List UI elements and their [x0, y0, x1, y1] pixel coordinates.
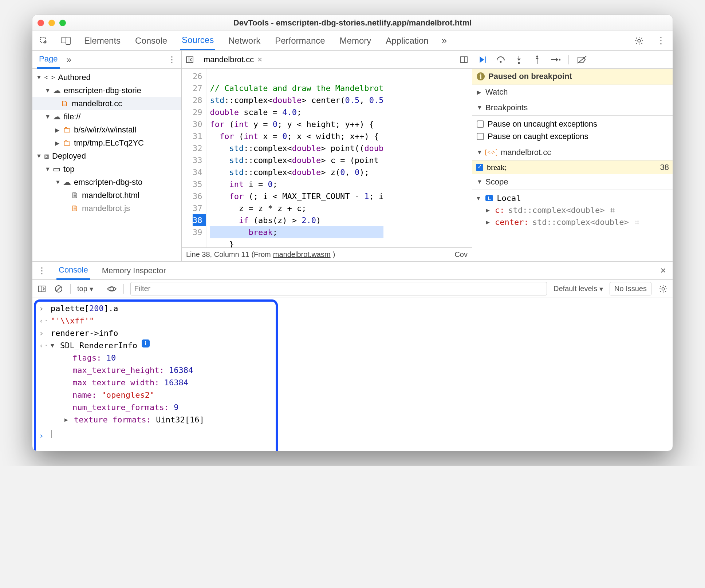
tree-origin-2[interactable]: emscripten-dbg-sto: [74, 178, 142, 187]
devtools-tabbar: Elements Console Sources Network Perform…: [32, 31, 673, 51]
svg-point-22: [662, 287, 665, 290]
svg-rect-2: [66, 37, 70, 44]
pause-caught-label: Pause on caught exceptions: [488, 132, 588, 141]
tree-folder-2[interactable]: tmp/tmp.ELcTq2YC: [74, 138, 144, 148]
console-settings-gear-icon[interactable]: [658, 284, 668, 294]
inspect-icon[interactable]: [39, 36, 49, 46]
device-toolbar-icon[interactable]: [61, 36, 71, 46]
folder-icon: 🗀: [63, 125, 71, 135]
sourcemap-link[interactable]: mandelbrot.wasm: [273, 250, 331, 259]
pause-uncaught-checkbox[interactable]: [477, 120, 484, 128]
memory-chip-icon[interactable]: ⌗: [635, 218, 639, 227]
object-name[interactable]: SDL_RendererInfo: [60, 339, 137, 352]
resume-icon[interactable]: [477, 55, 488, 65]
tab-network[interactable]: Network: [227, 32, 262, 49]
navigator-tab-page[interactable]: Page: [37, 51, 60, 69]
tree-file-js[interactable]: mandelbrot.js: [82, 204, 130, 213]
svg-point-3: [638, 39, 641, 42]
file-icon: 🗎: [71, 204, 79, 213]
navigator-tabs: Page » ⋮: [32, 51, 181, 69]
pause-caught-checkbox[interactable]: [477, 133, 484, 140]
clear-console-icon[interactable]: [54, 284, 64, 294]
navigator-overflow-icon[interactable]: »: [66, 55, 71, 65]
navigator-kebab-icon[interactable]: ⋮: [167, 55, 177, 65]
console-body[interactable]: ›palette[200].a ‹·"'\\xff'" ›renderer->i…: [32, 298, 673, 451]
breakpoint-entry[interactable]: break; 38: [472, 160, 673, 174]
drawer-kebab-icon[interactable]: ⋮: [37, 266, 47, 276]
console-output-arrow-icon: ‹·: [39, 339, 46, 352]
console-input-arrow-icon: ›: [39, 327, 46, 339]
file-icon: 🗎: [71, 191, 79, 200]
breakpoint-enabled-checkbox[interactable]: [476, 164, 483, 171]
navigator-pane: Page » ⋮ ▼< >Authored ▼☁emscripten-dbg-s…: [32, 51, 182, 261]
close-window-button[interactable]: [38, 20, 44, 26]
minimize-window-button[interactable]: [48, 20, 55, 26]
gear-icon[interactable]: [634, 36, 644, 46]
svg-point-21: [110, 287, 114, 291]
deactivate-breakpoints-icon[interactable]: [577, 55, 587, 65]
console-filter-input[interactable]: [130, 282, 547, 295]
cloud-icon: ☁: [53, 86, 61, 95]
tab-memory[interactable]: Memory: [338, 32, 373, 49]
memory-chip-icon[interactable]: ⌗: [610, 206, 615, 215]
code-body[interactable]: // Calculate and draw the Mandelbrotstd:…: [206, 69, 387, 247]
toggle-navigator-icon[interactable]: [185, 55, 195, 65]
pause-uncaught-label: Pause on uncaught exceptions: [488, 119, 597, 129]
log-levels-select[interactable]: Default levels ▾: [554, 285, 603, 293]
tree-folder-1[interactable]: b/s/w/ir/x/w/install: [74, 125, 136, 135]
drawer-tab-console[interactable]: Console: [56, 262, 90, 280]
tree-file-scheme[interactable]: file://: [64, 112, 80, 122]
window-title: DevTools - emscripten-dbg-stories.netlif…: [32, 18, 673, 28]
issues-button[interactable]: No Issues: [610, 282, 651, 295]
info-icon: i: [477, 72, 485, 80]
expand-icon[interactable]: ▶: [64, 414, 70, 426]
kebab-menu-icon[interactable]: ⋮: [656, 36, 666, 46]
breakpoint-file-header[interactable]: ▼<·>mandelbrot.cc: [472, 145, 673, 160]
step-icon[interactable]: [550, 55, 560, 65]
execution-context-select[interactable]: top ▾: [77, 285, 93, 293]
tab-sources[interactable]: Sources: [180, 31, 215, 50]
drawer-tabs: ⋮ Console Memory Inspector ×: [32, 262, 673, 280]
paused-banner: i Paused on breakpoint: [472, 69, 673, 84]
toggle-debugger-icon[interactable]: [459, 55, 469, 65]
info-badge-icon[interactable]: i: [142, 339, 150, 347]
zoom-window-button[interactable]: [59, 20, 66, 26]
debugger-toolbar: [472, 51, 673, 69]
breakpoints-section-header[interactable]: ▼Breakpoints: [472, 100, 673, 116]
close-tab-icon[interactable]: ×: [257, 55, 262, 64]
step-over-icon[interactable]: [496, 55, 506, 65]
cursor-position: Line 38, Column 11: [186, 250, 249, 259]
tab-application[interactable]: Application: [384, 32, 430, 49]
watch-section-header[interactable]: ▶Watch: [472, 84, 673, 100]
scope-section-header[interactable]: ▼Scope: [472, 174, 673, 190]
sources-main: Page » ⋮ ▼< >Authored ▼☁emscripten-dbg-s…: [32, 51, 673, 262]
step-into-icon[interactable]: [514, 55, 524, 65]
tree-top[interactable]: top: [63, 164, 75, 174]
tab-elements[interactable]: Elements: [83, 32, 122, 49]
svg-point-13: [536, 55, 538, 57]
step-out-icon[interactable]: [532, 55, 542, 65]
console-sidebar-toggle-icon[interactable]: [37, 284, 47, 294]
tree-file-html[interactable]: mandelbrot.html: [82, 191, 139, 200]
tree-deployed[interactable]: Deployed: [52, 151, 86, 161]
console-output-arrow-icon: ‹·: [39, 315, 46, 327]
expand-icon[interactable]: ▼: [51, 339, 56, 352]
tab-performance[interactable]: Performance: [273, 32, 326, 49]
tree-file-cc[interactable]: mandelbrot.cc: [72, 99, 122, 108]
tree-authored[interactable]: Authored: [58, 73, 90, 82]
live-expression-icon[interactable]: [107, 284, 117, 294]
code-editor[interactable]: 2627282930313233343536373839 // Calculat…: [182, 69, 472, 247]
scope-var-center[interactable]: center:: [495, 218, 529, 227]
drawer-tab-memory-inspector[interactable]: Memory Inspector: [100, 262, 168, 279]
file-tree[interactable]: ▼< >Authored ▼☁emscripten-dbg-storie 🗎ma…: [32, 69, 181, 261]
console-toolbar: top ▾ Default levels ▾ No Issues: [32, 280, 673, 298]
console-prompt-input[interactable]: [51, 430, 52, 438]
editor-tab-mandelbrot[interactable]: mandelbrot.cc×: [200, 52, 266, 67]
tree-origin-1[interactable]: emscripten-dbg-storie: [64, 86, 141, 95]
scope-var-c[interactable]: c:: [495, 206, 505, 215]
tab-console[interactable]: Console: [134, 32, 169, 49]
line-gutter[interactable]: 2627282930313233343536373839: [182, 69, 206, 247]
drawer-close-icon[interactable]: ×: [658, 266, 668, 276]
tabs-overflow-icon[interactable]: »: [442, 35, 447, 46]
coverage-indicator[interactable]: Cov: [454, 250, 468, 259]
